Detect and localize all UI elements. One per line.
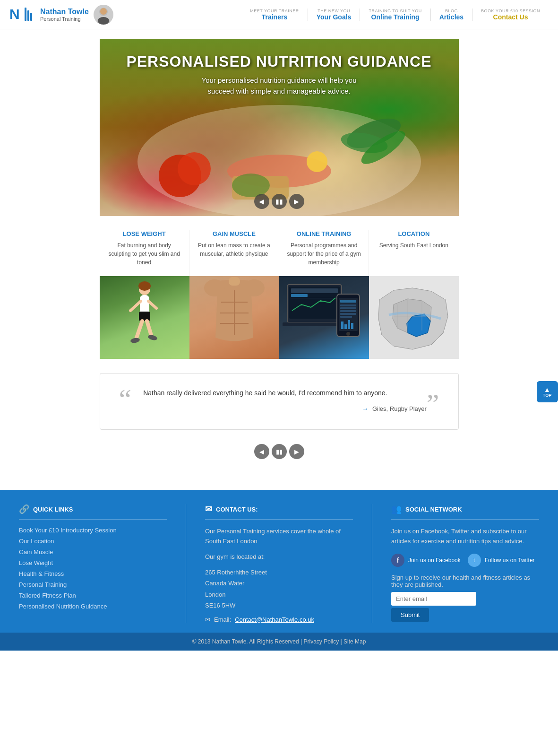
hero-image: PERSONALISED NUTRITION GUIDANCE Your per… (100, 39, 459, 216)
footer-link-nutrition[interactable]: Personalised Nutrition Guidance (19, 603, 167, 610)
privacy-policy-link[interactable]: Privacy Policy (304, 638, 339, 645)
svg-rect-40 (291, 298, 338, 298)
feature-img-location[interactable] (369, 276, 459, 359)
feature-gain-muscle: GAIN MUSCLE Put on lean mass to create a… (189, 230, 279, 276)
sitemap-link[interactable]: Site Map (343, 638, 366, 645)
svg-rect-50 (341, 322, 343, 329)
testimonial-section: “ Nathan really delivered everything he … (100, 373, 459, 459)
feature-gain-muscle-title: GAIN MUSCLE (197, 230, 272, 237)
feature-img-gain-muscle[interactable] (189, 276, 279, 359)
email-icon: ✉ (205, 504, 212, 514)
attribution-text: Giles, Rugby Player (372, 405, 427, 412)
footer-social: 👥 SOCIAL NETWORK Join us on Facebook, Tw… (391, 504, 539, 623)
nav-book-top: BOOK YOUR £10 SESSION (481, 9, 540, 13)
nav-contact[interactable]: BOOK YOUR £10 SESSION Contact Us (472, 9, 549, 21)
feature-images (100, 276, 459, 359)
svg-point-16 (307, 151, 327, 172)
svg-point-21 (138, 281, 151, 291)
logo-text: Nathan Towle Personal Training (40, 7, 89, 22)
nav-contact-bottom: Contact Us (493, 13, 528, 21)
address-line-4: SE16 5HW (205, 600, 353, 611)
social-intro: Join us on Facebook, Twitter and subscri… (391, 527, 539, 547)
hero-subtitle: Your personalised nutrition guidance wil… (114, 75, 445, 96)
signup-text: Sign up to receive our health and fitnes… (391, 574, 539, 588)
footer-link-location[interactable]: Our Location (19, 538, 167, 545)
newsletter-submit-button[interactable]: Submit (391, 608, 429, 622)
email-link[interactable]: Contact@NathanTowle.co.uk (235, 616, 314, 623)
social-icon: 👥 (391, 504, 402, 514)
svg-rect-20 (140, 295, 149, 314)
hero-controls: ◀ ▮▮ ▶ (254, 194, 304, 209)
contact-title: ✉ CONTACT US: (205, 504, 353, 520)
scroll-to-top-button[interactable]: ▲ TOP (537, 381, 558, 402)
svg-rect-52 (348, 320, 350, 329)
logo-icon: N (9, 4, 35, 25)
svg-point-54 (346, 332, 350, 336)
feature-img-lose-weight[interactable] (100, 276, 189, 359)
svg-rect-38 (291, 288, 338, 293)
logo-subtitle: Personal Training (40, 16, 89, 22)
footer-link-gain-muscle[interactable]: Gain Muscle (19, 548, 167, 556)
testimonial-pause-button[interactable]: ▮▮ (272, 444, 287, 459)
footer-columns: 🔗 QUICK LINKS Book Your £10 Introductory… (19, 504, 539, 623)
footer-link-lose-weight[interactable]: Lose Weight (19, 559, 167, 566)
hero-next-button[interactable]: ▶ (289, 194, 304, 209)
footer: 🔗 QUICK LINKS Book Your £10 Introductory… (0, 490, 558, 651)
svg-point-6 (100, 8, 107, 15)
contact-label: CONTACT US: (216, 506, 258, 513)
testimonial-prev-button[interactable]: ◀ (254, 444, 269, 459)
footer-quick-links: 🔗 QUICK LINKS Book Your £10 Introductory… (19, 504, 167, 623)
footer-link-book[interactable]: Book Your £10 Introductory Session (19, 527, 167, 534)
nav-articles-bottom: Articles (439, 13, 464, 21)
quick-links-label: QUICK LINKS (33, 506, 73, 513)
hero-prev-button[interactable]: ◀ (254, 194, 269, 209)
runner-svg (116, 278, 173, 358)
quote-open-mark: “ (119, 388, 132, 410)
address-line-2: Canada Water (205, 578, 353, 589)
svg-rect-53 (351, 323, 353, 329)
svg-rect-48 (340, 313, 356, 315)
nav-trainers-bottom: Trainers (262, 13, 287, 21)
top-arrow-icon: ▲ (544, 386, 550, 393)
feature-img-online[interactable] (279, 276, 369, 359)
svg-point-33 (204, 279, 225, 296)
nav-your-goals[interactable]: THE NEW YOU Your Goals (308, 9, 361, 21)
facebook-btn[interactable]: f Join us on Facebook (391, 554, 461, 567)
quote-text: Nathan really delivered everything he sa… (138, 388, 427, 398)
svg-rect-2 (27, 10, 29, 21)
testimonial-content: “ Nathan really delivered everything he … (119, 388, 439, 415)
footer-link-tailored-plan[interactable]: Tailored Fitness Plan (19, 592, 167, 599)
testimonial-next-button[interactable]: ▶ (289, 444, 304, 459)
nav-trainers[interactable]: MEET YOUR TRAINER Trainers (241, 9, 308, 21)
footer-divider-2 (372, 504, 372, 623)
svg-rect-35 (229, 277, 240, 286)
hero-title: PERSONALISED NUTRITION GUIDANCE (114, 53, 445, 70)
svg-rect-47 (340, 310, 356, 312)
footer-link-personal-training[interactable]: Personal Training (19, 581, 167, 588)
feature-location-desc: Serving South East London (376, 241, 451, 250)
top-btn-container: ▲ TOP (100, 466, 459, 476)
logo-name: Nathan Towle (40, 7, 89, 16)
hero-pause-button[interactable]: ▮▮ (272, 194, 287, 209)
quote-attribution: → Giles, Rugby Player (138, 405, 427, 412)
woman-running-image (100, 276, 189, 359)
svg-point-34 (244, 279, 265, 296)
feature-gain-muscle-desc: Put on lean mass to create a muscular, a… (197, 241, 272, 258)
testimonial-text-area: Nathan really delivered everything he sa… (138, 388, 427, 412)
svg-rect-1 (25, 8, 26, 21)
feature-online-desc: Personal programmes and support for the … (286, 241, 361, 267)
feature-lose-weight: LOSE WEIGHT Fat burning and body sculpti… (100, 230, 189, 276)
features-section: LOSE WEIGHT Fat burning and body sculpti… (100, 230, 459, 276)
nav-online-training[interactable]: TRAINING TO SUIT YOU Online Training (360, 9, 430, 21)
svg-line-24 (147, 321, 152, 337)
newsletter-email-input[interactable] (391, 592, 476, 606)
twitter-btn[interactable]: t Follow us on Twitter (468, 554, 535, 567)
header: N Nathan Towle Personal Training MEET YO… (0, 0, 558, 29)
address-line-1: 265 Rotherhithe Street (205, 567, 353, 578)
svg-rect-39 (291, 294, 308, 297)
svg-text:N: N (9, 6, 20, 22)
twitter-icon: t (468, 554, 481, 567)
nav-articles[interactable]: BLOG Articles (431, 9, 472, 21)
footer-link-health[interactable]: Health & Fitness (19, 570, 167, 577)
nav-blog-top: BLOG (445, 9, 458, 13)
